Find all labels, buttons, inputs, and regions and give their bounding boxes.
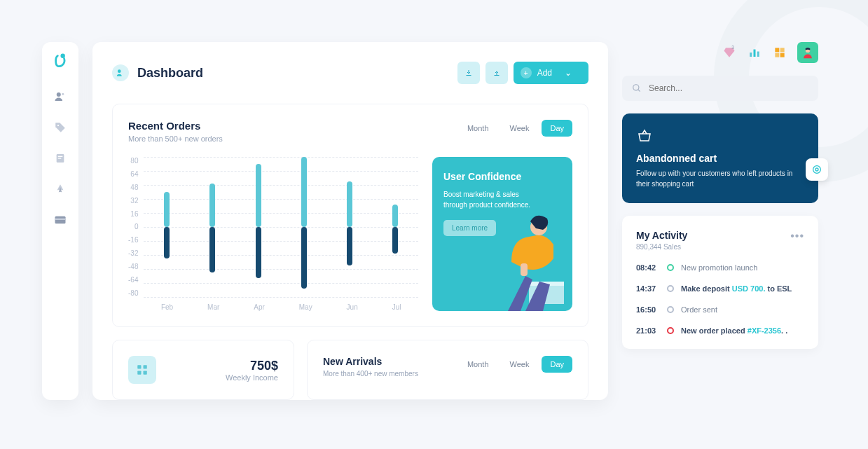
svg-rect-8 <box>55 219 66 220</box>
bar-group <box>164 157 170 297</box>
svg-point-3 <box>57 125 59 126</box>
download-button[interactable] <box>457 62 480 84</box>
activity-text: Make deposit USD 700. to ESL <box>681 284 792 293</box>
activity-link[interactable]: #XF-2356 <box>748 326 781 335</box>
document-icon[interactable] <box>53 151 67 165</box>
activity-link[interactable]: USD 700. <box>732 284 766 293</box>
svg-rect-17 <box>144 371 147 375</box>
activity-time: 21:03 <box>636 326 660 335</box>
orders-range-tabs: Month Week Day <box>459 120 572 137</box>
arrivals-tab-week[interactable]: Week <box>502 356 538 373</box>
svg-point-29 <box>815 168 818 171</box>
stats-icon[interactable] <box>747 45 762 60</box>
svg-rect-20 <box>754 50 756 57</box>
tag-icon[interactable] <box>53 120 67 134</box>
diamond-icon[interactable]: 3 <box>722 45 737 60</box>
right-column: 3 Abandonned cart Follow up with your cu… <box>622 42 818 400</box>
weekly-income-card: 750$ Weekly Income <box>112 340 294 400</box>
activity-text: New order placed #XF-2356. . <box>681 326 787 335</box>
activity-item: 21:03New order placed #XF-2356. . <box>636 326 804 335</box>
add-button-label: Add <box>537 68 552 78</box>
svg-rect-24 <box>775 53 779 57</box>
activity-text: New promotion launch <box>681 263 757 272</box>
svg-point-2 <box>62 93 64 95</box>
arrivals-subtitle: More than 400+ new members <box>323 370 418 378</box>
top-icons: 3 <box>622 42 818 63</box>
svg-rect-14 <box>137 365 141 368</box>
search-input[interactable] <box>649 83 808 93</box>
chevron-down-icon: ⌄ <box>565 68 572 78</box>
activity-time: 08:42 <box>636 263 660 272</box>
search-bar[interactable] <box>622 76 818 101</box>
tab-day[interactable]: Day <box>542 120 572 137</box>
search-icon <box>632 83 642 93</box>
activity-text: Order sent <box>681 305 717 314</box>
activity-item: 16:50Order sent <box>636 305 804 314</box>
users-icon[interactable] <box>53 90 67 104</box>
add-button[interactable]: + Add ⌄ <box>514 62 588 84</box>
activity-time: 14:37 <box>636 284 660 293</box>
upload-button[interactable] <box>485 62 508 84</box>
income-icon <box>128 356 156 384</box>
arrivals-tab-month[interactable]: Month <box>459 356 497 373</box>
promo-illustration <box>487 206 572 311</box>
income-label: Weekly Income <box>226 373 278 382</box>
sidebar <box>42 42 78 400</box>
arrivals-title: New Arrivals <box>323 356 418 367</box>
activity-subtitle: 890,344 Sales <box>636 243 687 251</box>
cart-action-button[interactable] <box>806 158 828 181</box>
plus-icon: + <box>521 67 532 78</box>
cart-text: Follow up with your customers who left p… <box>636 168 804 189</box>
avatar[interactable] <box>797 42 818 63</box>
leaf-icon[interactable] <box>53 182 67 196</box>
orders-title: Recent Orders <box>128 120 223 132</box>
bar-group <box>301 157 307 297</box>
svg-rect-19 <box>750 53 752 57</box>
chart-x-axis: FebMarAprMayJunJul <box>144 303 418 311</box>
svg-rect-23 <box>780 48 785 52</box>
svg-point-28 <box>813 166 821 174</box>
new-arrivals-card: New Arrivals More than 400+ new members … <box>307 340 588 400</box>
bar-group <box>209 157 215 297</box>
bar-group <box>347 157 352 297</box>
tab-week[interactable]: Week <box>502 120 538 137</box>
svg-point-9 <box>118 69 121 73</box>
timeline-dot-icon <box>667 264 674 271</box>
activity-item: 08:42New promotion launch <box>636 263 804 272</box>
income-value: 750$ <box>226 359 278 373</box>
svg-point-1 <box>57 92 61 97</box>
grid-icon[interactable] <box>772 45 787 60</box>
orders-chart: 80644832160-16-32-48-64-80 FebMarAprMayJ… <box>128 157 418 311</box>
timeline-dot-icon <box>667 327 674 334</box>
svg-rect-22 <box>775 48 779 52</box>
timeline-dot-icon <box>667 306 674 313</box>
svg-point-27 <box>633 85 639 90</box>
user-confidence-panel: User Confidence Boost marketing & sales … <box>432 157 572 311</box>
svg-rect-21 <box>757 52 759 57</box>
arrivals-tab-day[interactable]: Day <box>542 356 572 373</box>
tab-month[interactable]: Month <box>459 120 497 137</box>
main-panel: Dashboard + Add ⌄ Recent Orders <box>92 42 608 400</box>
promo-title: User Confidence <box>443 171 561 182</box>
card-icon[interactable] <box>53 213 67 227</box>
svg-rect-5 <box>58 156 63 157</box>
svg-rect-25 <box>780 53 785 57</box>
activity-card: My Activity 890,344 Sales ••• 08:42New p… <box>622 216 818 349</box>
abandoned-cart-card: Abandonned cart Follow up with your cust… <box>622 113 818 203</box>
activity-time: 16:50 <box>636 305 660 314</box>
orders-subtitle: More than 500+ new orders <box>128 134 223 143</box>
recent-orders-card: Recent Orders More than 500+ new orders … <box>112 104 588 327</box>
more-icon[interactable]: ••• <box>790 230 804 242</box>
svg-rect-15 <box>144 365 147 368</box>
chart-y-axis: 80644832160-16-32-48-64-80 <box>128 157 138 297</box>
activity-title: My Activity <box>636 230 687 241</box>
svg-rect-13 <box>521 263 528 276</box>
arrivals-range-tabs: Month Week Day <box>459 356 572 373</box>
page-title: Dashboard <box>137 66 203 81</box>
cart-title: Abandonned cart <box>636 153 804 164</box>
logo-icon[interactable] <box>53 53 68 73</box>
bar-group <box>256 157 261 297</box>
chart-plot: FebMarAprMayJunJul <box>144 157 418 311</box>
activity-timeline: 08:42New promotion launch14:37Make depos… <box>636 263 804 335</box>
dashboard-icon <box>112 64 129 81</box>
